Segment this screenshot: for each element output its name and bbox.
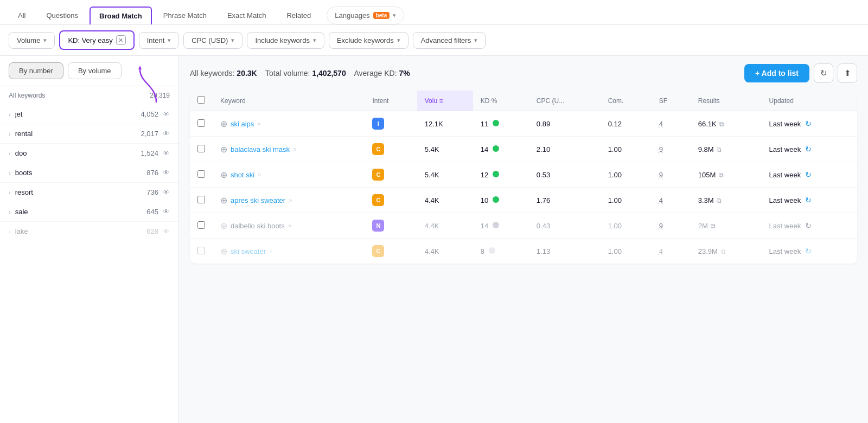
sidebar-item-resort[interactable]: › resort 736 👁 [0, 183, 178, 202]
keyword-link[interactable]: shot ski [231, 171, 254, 179]
eye-icon[interactable]: 👁 [163, 208, 170, 216]
results-cell: 66.1K ⧉ [691, 111, 762, 137]
copy-icon[interactable]: ⧉ [711, 222, 716, 230]
expand-icon[interactable]: » [258, 171, 261, 178]
sidebar-item-jet[interactable]: › jet 4,052 👁 [0, 105, 178, 124]
intent-filter[interactable]: Intent ▾ [139, 32, 180, 49]
eye-icon[interactable]: 👁 [163, 110, 170, 118]
tab-related[interactable]: Related [277, 7, 320, 24]
refresh-icon[interactable]: ↻ [805, 221, 812, 230]
refresh-button[interactable]: ↻ [814, 63, 833, 83]
row-checkbox[interactable] [197, 145, 205, 152]
expand-icon[interactable]: » [257, 120, 261, 127]
sidebar-item-name: boots [15, 169, 143, 177]
keywords-table: Keyword Intent Volu ≡ KD % CPC (U... Com… [190, 91, 857, 264]
row-checkbox[interactable] [197, 196, 205, 203]
eye-icon[interactable]: 👁 [163, 130, 170, 138]
chevron-down-icon: ▾ [43, 37, 47, 44]
com-cell: 1.00 [601, 213, 652, 239]
add-to-list-button[interactable]: + Add to list [744, 64, 809, 82]
kd-cell: 10 [473, 188, 529, 213]
results-cell: 2M ⧉ [691, 213, 762, 239]
row-checkbox-cell[interactable] [190, 137, 213, 162]
expand-icon[interactable]: » [289, 196, 292, 204]
keyword-link[interactable]: dalbello ski boots [231, 222, 285, 230]
advanced-filters[interactable]: Advanced filters ▾ [413, 32, 486, 49]
row-checkbox-cell[interactable] [190, 111, 213, 137]
header-volume[interactable]: Volu ≡ [417, 91, 473, 111]
exclude-keywords-filter[interactable]: Exclude keywords ▾ [329, 32, 409, 49]
keyword-link[interactable]: balaclava ski mask [231, 145, 290, 153]
copy-icon[interactable]: ⧉ [719, 120, 724, 128]
com-cell: 1.00 [601, 162, 652, 188]
row-checkbox-cell[interactable] [190, 188, 213, 213]
expand-icon[interactable]: » [288, 222, 292, 229]
refresh-icon[interactable]: ↻ [805, 196, 812, 204]
header-checkbox-cell[interactable] [190, 91, 213, 111]
sidebar-item-sale[interactable]: › sale 645 👁 [0, 202, 178, 222]
copy-icon[interactable]: ⧉ [719, 171, 724, 179]
com-cell: 1.00 [601, 137, 652, 162]
sf-cell: 9 [652, 213, 691, 239]
eye-icon[interactable]: 👁 [163, 169, 170, 177]
tab-phrase-match[interactable]: Phrase Match [154, 7, 216, 24]
keyword-cell: ⊕ ski sweater » [213, 239, 365, 264]
keyword-link: ski sweater [231, 247, 266, 255]
keyword-link[interactable]: ski aips [231, 120, 254, 128]
sidebar-item-doo[interactable]: › doo 1,524 👁 [0, 144, 178, 163]
sidebar-item-lake[interactable]: › lake 628 👁 [0, 222, 178, 241]
row-checkbox[interactable] [197, 170, 205, 178]
include-keywords-filter[interactable]: Include keywords ▾ [247, 32, 324, 49]
expand-icon[interactable]: » [293, 145, 297, 153]
plus-icon[interactable]: ⊕ [220, 170, 227, 180]
chevron-down-icon: ▾ [231, 37, 234, 44]
refresh-icon[interactable]: ↻ [805, 119, 812, 128]
sidebar-item-rental[interactable]: › rental 2,017 👁 [0, 124, 178, 144]
plus-icon[interactable]: ⊕ [220, 195, 227, 206]
refresh-icon[interactable]: ↻ [805, 145, 812, 153]
keyword-link[interactable]: apres ski sweater [231, 196, 285, 204]
plus-icon[interactable]: ⊕ [220, 144, 227, 155]
results-cell: 9.8M ⧉ [691, 137, 762, 162]
header-intent: Intent [365, 91, 417, 111]
plus-icon[interactable]: ⊕ [220, 119, 227, 129]
intent-cell: C [365, 239, 417, 264]
intent-badge: C [372, 194, 384, 206]
view-by-number-btn[interactable]: By number [9, 62, 63, 79]
row-checkbox[interactable] [197, 221, 205, 229]
eye-icon[interactable]: 👁 [163, 149, 170, 157]
sf-cell: 9 [652, 137, 691, 162]
volume-filter[interactable]: Volume ▾ [9, 32, 55, 49]
sf-value: 4 [659, 120, 663, 128]
export-button[interactable]: ⬆ [838, 63, 857, 83]
sf-value: 9 [659, 222, 663, 230]
tab-exact-match[interactable]: Exact Match [218, 7, 276, 24]
row-checkbox[interactable] [197, 247, 205, 254]
row-checkbox[interactable] [197, 119, 205, 127]
sidebar-item-boots[interactable]: › boots 876 👁 [0, 163, 178, 183]
tab-all[interactable]: All [9, 7, 35, 24]
select-all-checkbox[interactable] [197, 96, 205, 104]
avg-kd-label: Average KD: [354, 69, 397, 78]
tab-broad-match[interactable]: Broad Match [90, 7, 152, 24]
intent-badge: C [372, 245, 384, 257]
row-checkbox-cell[interactable] [190, 213, 213, 239]
eye-icon[interactable]: 👁 [163, 227, 170, 235]
kd-filter-close[interactable]: ✕ [116, 35, 126, 45]
tab-questions[interactable]: Questions [37, 7, 87, 24]
copy-icon: ⧉ [721, 248, 726, 255]
refresh-icon[interactable]: ↻ [805, 170, 812, 179]
sidebar-item-name: jet [15, 110, 137, 118]
beta-badge: beta [373, 12, 390, 19]
row-checkbox-cell[interactable] [190, 239, 213, 264]
copy-icon[interactable]: ⧉ [717, 146, 722, 153]
row-checkbox-cell[interactable] [190, 162, 213, 188]
copy-icon[interactable]: ⧉ [717, 197, 722, 204]
kd-filter[interactable]: KD: Very easy ✕ [59, 30, 134, 50]
cpc-filter[interactable]: CPC (USD) ▾ [183, 32, 242, 49]
eye-icon[interactable]: 👁 [163, 188, 170, 196]
languages-dropdown[interactable]: Languages beta ▾ [327, 7, 404, 24]
view-by-volume-btn[interactable]: By volume [68, 62, 122, 79]
plus-icon[interactable]: ⊕ [220, 221, 227, 231]
kd-cell: 8 [473, 239, 529, 264]
